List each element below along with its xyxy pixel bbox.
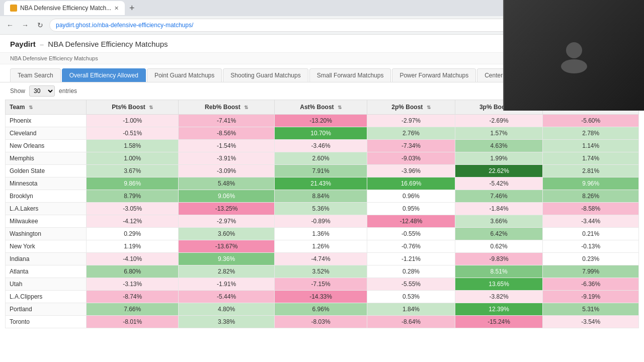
cell-team: Toronto — [6, 316, 87, 328]
back-button[interactable]: ← — [4, 19, 16, 31]
per-page-select[interactable]: 10 25 30 50 100 — [29, 85, 55, 97]
table-row: Portland7.66%4.80%6.96%1.84%12.39%5.31% — [6, 303, 639, 316]
cell-reb: -5.44% — [179, 291, 275, 303]
cell-reb: 9.36% — [179, 253, 275, 265]
cell-ast: 10.70% — [274, 127, 367, 140]
cell-pts: 9.86% — [87, 177, 179, 190]
cell-reb: -13.67% — [179, 240, 275, 253]
new-tab-button[interactable]: + — [125, 1, 139, 15]
col-2p-boost[interactable]: 2p% Boost ⇅ — [367, 100, 455, 115]
svg-point-1 — [561, 59, 587, 73]
forward-button[interactable]: → — [19, 19, 31, 31]
table-row: L.A.Clippers-8.74%-5.44%-14.33%0.53%-3.8… — [6, 291, 639, 303]
cell-ast: 21.43% — [274, 177, 367, 190]
cell-ast: -13.20% — [274, 115, 367, 127]
cell-pts: -3.05% — [87, 203, 179, 215]
cell-team: Golden State — [6, 165, 87, 177]
cell-fppm: -9.19% — [543, 291, 639, 303]
cell-3p: -5.42% — [455, 177, 543, 190]
col-pts-boost[interactable]: Pts% Boost ⇅ — [87, 100, 179, 115]
entries-label: entries — [59, 87, 77, 95]
tab-close-button[interactable]: ✕ — [114, 5, 119, 12]
cell-team: New York — [6, 240, 87, 253]
col-reb-boost[interactable]: Reb% Boost ⇅ — [179, 100, 275, 115]
cell-pts: 3.67% — [87, 165, 179, 177]
cell-pts: -1.00% — [87, 115, 179, 127]
cell-2p: 0.95% — [367, 203, 455, 215]
cell-3p: 12.39% — [455, 303, 543, 316]
cell-team: Washington — [6, 228, 87, 240]
cell-reb: -1.91% — [179, 278, 275, 291]
page-title: NBA Defensive Efficiency Matchups — [48, 40, 168, 48]
cell-reb: 9.06% — [179, 190, 275, 203]
cell-fppm: -6.36% — [543, 278, 639, 291]
active-tab[interactable]: NBA Defensive Efficiency Match... ✕ — [4, 1, 125, 15]
cell-3p: -9.83% — [455, 253, 543, 265]
table-row: New York1.19%-13.67%1.26%-0.76%0.62%-0.1… — [6, 240, 639, 253]
cell-reb: -8.56% — [179, 127, 275, 140]
table-row: Golden State3.67%-3.09%7.91%-3.96%22.62%… — [6, 165, 639, 177]
cell-2p: -5.55% — [367, 278, 455, 291]
cell-pts: 1.00% — [87, 152, 179, 165]
cell-team: Portland — [6, 303, 87, 316]
cell-reb: 3.60% — [179, 228, 275, 240]
cell-ast: 7.91% — [274, 165, 367, 177]
tab-small-forward[interactable]: Small Forward Matchups — [309, 68, 391, 82]
cell-pts: -3.13% — [87, 278, 179, 291]
cell-3p: 13.65% — [455, 278, 543, 291]
table-row: Washington0.29%3.60%1.36%-0.55%6.42%0.21… — [6, 228, 639, 240]
cell-ast: -0.89% — [274, 215, 367, 228]
table-row: Memphis1.00%-3.91%2.60%-9.03%1.99%1.74% — [6, 152, 639, 165]
data-table-wrapper[interactable]: Team ⇅ Pts% Boost ⇅ Reb% Boost ⇅ Ast% Bo… — [0, 100, 644, 362]
cell-reb: -3.91% — [179, 152, 275, 165]
brand-name: Paydirt — [10, 40, 36, 48]
tab-power-forward[interactable]: Power Forward Matchups — [392, 68, 476, 82]
cell-3p: 6.42% — [455, 228, 543, 240]
cell-3p: 3.66% — [455, 215, 543, 228]
cell-reb: 2.82% — [179, 265, 275, 278]
cell-ast: 5.36% — [274, 203, 367, 215]
cell-pts: 8.79% — [87, 190, 179, 203]
cell-fppm: -8.58% — [543, 203, 639, 215]
tab-point-guard[interactable]: Point Guard Matchups — [147, 68, 222, 82]
tab-team-search[interactable]: Team Search — [10, 68, 61, 82]
cell-reb: -13.25% — [179, 203, 275, 215]
col-team[interactable]: Team ⇅ — [6, 100, 87, 115]
tab-overall-efficiency[interactable]: Overall Efficiency Allowed — [62, 68, 146, 82]
cell-ast: -7.15% — [274, 278, 367, 291]
cell-pts: -4.10% — [87, 253, 179, 265]
cell-3p: -3.82% — [455, 291, 543, 303]
reload-button[interactable]: ↻ — [34, 19, 46, 31]
cell-2p: -0.55% — [367, 228, 455, 240]
cell-team: New Orleans — [6, 140, 87, 152]
cell-ast: 8.84% — [274, 190, 367, 203]
cell-reb: 5.48% — [179, 177, 275, 190]
table-row: Brooklyn8.79%9.06%8.84%0.96%7.46%8.26% — [6, 190, 639, 203]
tab-favicon — [10, 5, 17, 12]
tab-shooting-guard[interactable]: Shooting Guard Matchups — [223, 68, 308, 82]
tab-label: NBA Defensive Efficiency Match... — [20, 5, 111, 12]
cell-3p: 0.62% — [455, 240, 543, 253]
table-row: L.A.Lakers-3.05%-13.25%5.36%0.95%-1.84%-… — [6, 203, 639, 215]
cell-fppm: 5.31% — [543, 303, 639, 316]
cell-3p: -15.24% — [455, 316, 543, 328]
table-row: Indiana-4.10%9.36%-4.74%-1.21%-9.83%0.23… — [6, 253, 639, 265]
cell-pts: -0.51% — [87, 127, 179, 140]
table-row: Utah-3.13%-1.91%-7.15%-5.55%13.65%-6.36% — [6, 278, 639, 291]
cell-team: Indiana — [6, 253, 87, 265]
cell-2p: -2.97% — [367, 115, 455, 127]
webcam-feed — [504, 0, 644, 111]
table-row: Minnesota9.86%5.48%21.43%16.69%-5.42%9.9… — [6, 177, 639, 190]
cell-pts: 0.29% — [87, 228, 179, 240]
col-ast-boost[interactable]: Ast% Boost ⇅ — [274, 100, 367, 115]
cell-team: Memphis — [6, 152, 87, 165]
cell-ast: 3.52% — [274, 265, 367, 278]
table-row: New Orleans1.58%-1.54%-3.46%-7.34%4.63%1… — [6, 140, 639, 152]
webcam-overlay — [503, 0, 644, 111]
cell-fppm: 9.96% — [543, 177, 639, 190]
cell-3p: 8.51% — [455, 265, 543, 278]
cell-team: Milwaukee — [6, 215, 87, 228]
cell-reb: -7.41% — [179, 115, 275, 127]
cell-ast: -4.74% — [274, 253, 367, 265]
cell-2p: 2.76% — [367, 127, 455, 140]
